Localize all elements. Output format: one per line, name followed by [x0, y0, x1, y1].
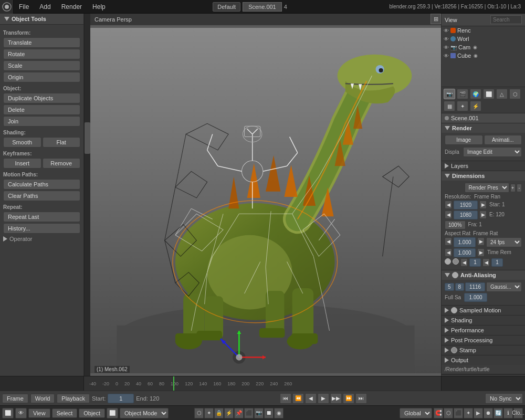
select-btn[interactable]: Select — [52, 408, 78, 418]
jump-start-btn[interactable]: ⏮ — [280, 393, 291, 404]
layers-header[interactable]: Layers — [442, 161, 525, 171]
viewport-icon-6[interactable]: ⬛ — [244, 408, 254, 418]
jump-end-btn[interactable]: ⏭ — [355, 393, 367, 404]
menu-help[interactable]: Help — [87, 0, 111, 13]
sm-checkbox[interactable] — [451, 307, 457, 313]
playback-btn[interactable]: Playback — [57, 394, 90, 403]
next-frame-btn[interactable]: ▶▶ — [330, 393, 342, 404]
flat-btn[interactable]: Flat — [43, 137, 81, 148]
animation-render-btn[interactable]: Animati... — [484, 135, 522, 145]
delete-btn[interactable]: Delete — [3, 104, 80, 115]
translate-btn[interactable]: Translate — [3, 37, 80, 48]
prop-icon[interactable]: ⬡ — [444, 408, 453, 418]
render-section-header[interactable]: Render — [442, 123, 525, 133]
texture-props-icon[interactable]: ▦ — [444, 101, 455, 111]
viewport-icon-3[interactable]: 🔒 — [214, 408, 224, 418]
viewport-icon-8[interactable]: 🔲 — [264, 408, 274, 418]
left-scrollbar[interactable] — [84, 14, 90, 376]
display-select[interactable]: Image Edit — [463, 147, 522, 157]
height-arrow-r[interactable]: ▶ — [479, 211, 487, 219]
info-icon[interactable]: ℹ — [503, 408, 513, 418]
viewport-icon-2[interactable]: ✦ — [204, 408, 214, 418]
layout-selector[interactable]: Default — [213, 2, 240, 12]
menu-render[interactable]: Render — [56, 0, 87, 13]
menu-add[interactable]: Add — [34, 0, 56, 13]
insert-btn[interactable]: Insert — [3, 158, 41, 169]
width-arrow[interactable]: ◀ — [445, 201, 452, 209]
mode-icon-btn[interactable]: ⬜ — [107, 408, 118, 418]
prev-keyframe-btn[interactable]: ⏪ — [292, 393, 304, 404]
global-select[interactable]: Global — [400, 408, 432, 418]
object-props-icon[interactable]: ⬜ — [483, 89, 495, 99]
smooth-btn[interactable]: Smooth — [3, 137, 41, 148]
world-props-icon[interactable]: 🌍 — [470, 89, 481, 99]
viewport-icon-5[interactable]: 📌 — [234, 408, 244, 418]
aa-sample-field[interactable]: 1116 — [465, 282, 485, 291]
sculpt-icon[interactable]: ✦ — [464, 408, 473, 418]
aa-filter-select[interactable]: Gaussi... — [486, 282, 522, 292]
frame-num2-arrow[interactable]: ◀ — [482, 258, 490, 267]
duplicate-objects-btn[interactable]: Duplicate Objects — [3, 93, 80, 103]
stamp-header[interactable]: Stamp — [442, 345, 525, 355]
view-btn[interactable]: View — [28, 408, 50, 418]
aa-sample-8[interactable]: 8 — [455, 283, 465, 291]
view-icon-btn[interactable]: 👁 — [15, 408, 27, 418]
calculate-paths-btn[interactable]: Calculate Paths — [3, 179, 80, 190]
outliner-search-input[interactable] — [490, 15, 522, 24]
width-arrow-r[interactable]: ▶ — [479, 201, 487, 209]
checkbox-left[interactable] — [445, 258, 451, 265]
aspect-y-field[interactable]: 1.000 — [454, 248, 476, 257]
width-field[interactable]: 1920 — [454, 201, 478, 209]
scene-props-icon[interactable]: 🎬 — [457, 89, 468, 99]
shading-header-right[interactable]: Shading — [442, 316, 525, 325]
physics-props-icon[interactable]: ⚡ — [470, 101, 481, 111]
left-scrollbar-thumb[interactable] — [85, 122, 90, 154]
performance-header[interactable]: Performance — [442, 326, 525, 335]
viewport-icon-1[interactable]: ⬡ — [194, 408, 204, 418]
left-panel-scroll[interactable]: Transform: Translate Rotate Scale Origin… — [0, 25, 83, 376]
game-icon[interactable]: ▶ — [474, 408, 483, 418]
mirror-icon[interactable]: ⬛ — [454, 408, 463, 418]
scale-btn[interactable]: Scale — [3, 60, 80, 71]
post-processing-header[interactable]: Post Processing — [442, 335, 525, 345]
play-btn[interactable]: ▶ — [318, 393, 329, 404]
viewport-icon-7[interactable]: 📷 — [254, 408, 264, 418]
join-btn[interactable]: Join — [3, 116, 80, 127]
outliner-item-cube[interactable]: 👁 Cube ◉ — [442, 51, 525, 60]
record-icon[interactable]: ⏺ — [484, 408, 493, 418]
next-keyframe-btn[interactable]: ⏩ — [343, 393, 354, 404]
image-render-btn[interactable]: Image — [445, 135, 483, 145]
aspect-x-field[interactable]: 1.000 — [454, 237, 476, 247]
origin-btn[interactable]: Origin — [3, 72, 80, 82]
mode-select[interactable]: Object Mode — [120, 408, 169, 418]
height-arrow[interactable]: ◀ — [445, 211, 452, 219]
render-preset-select[interactable]: Render Pres — [465, 183, 509, 193]
sync-icon[interactable]: 🔄 — [494, 408, 503, 418]
clear-paths-btn[interactable]: Clear Paths — [3, 191, 80, 201]
remove-btn[interactable]: Remove — [43, 158, 81, 169]
aa-checkbox[interactable] — [452, 272, 458, 278]
mesh-props-icon[interactable]: △ — [496, 89, 508, 99]
repeat-last-btn[interactable]: Repeat Last — [3, 212, 80, 222]
outliner-view-label[interactable]: View — [445, 17, 457, 23]
remove-preset-btn[interactable]: - — [517, 184, 522, 192]
stamp-checkbox[interactable] — [451, 347, 457, 353]
sampled-motion-header[interactable]: Sampled Motion — [442, 306, 525, 315]
render-props-icon[interactable]: 📷 — [444, 89, 455, 99]
controls-icon-btn[interactable]: ⬜ — [2, 408, 14, 418]
rotate-btn[interactable]: Rotate — [3, 49, 80, 59]
snap-icon[interactable]: 🧲 — [434, 408, 443, 418]
output-header[interactable]: Output — [442, 355, 525, 365]
viewport-corner-btn[interactable]: ⊞ — [430, 14, 441, 24]
start-frame-input[interactable]: 1 — [108, 394, 134, 403]
outliner-item-worl[interactable]: 👁 Worl — [442, 35, 525, 43]
world-btn[interactable]: World — [30, 394, 55, 403]
aa-header[interactable]: Anti-Aliasing — [442, 270, 525, 280]
timeline-track[interactable]: -40 -20 0 20 40 60 80 100 120 140 160 18… — [84, 376, 441, 391]
dimensions-header[interactable]: Dimensions — [442, 171, 525, 181]
prev-frame-btn[interactable]: ◀ — [305, 393, 317, 404]
aspect-x-arrow[interactable]: ◀ — [445, 237, 452, 246]
menu-file[interactable]: File — [14, 0, 34, 13]
aa-sample-5[interactable]: 5 — [445, 283, 454, 291]
full-sa-field[interactable]: 1.000 — [464, 293, 487, 302]
